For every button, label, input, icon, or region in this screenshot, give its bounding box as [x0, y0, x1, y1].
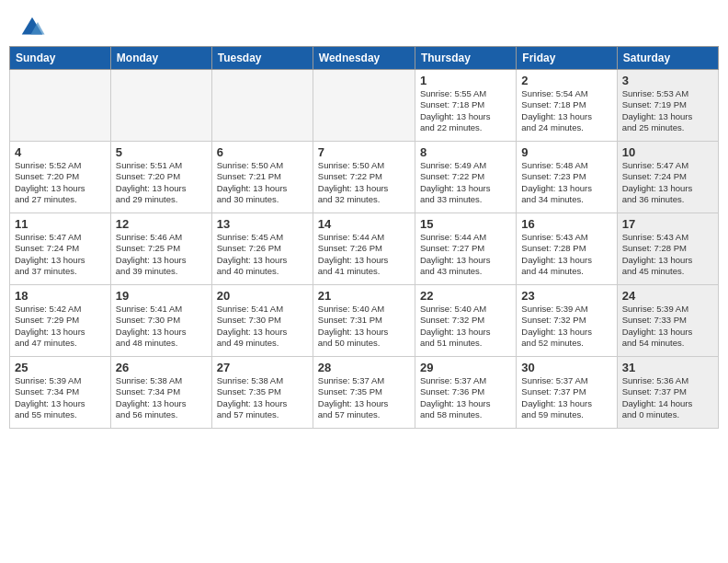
cell-line: Sunrise: 5:37 AM: [420, 375, 511, 386]
cell-line: Sunrise: 5:50 AM: [318, 160, 410, 171]
cell-line: and 54 minutes.: [622, 338, 713, 349]
calendar-cell: 30Sunrise: 5:37 AMSunset: 7:37 PMDayligh…: [517, 357, 617, 429]
cell-line: Daylight: 13 hours: [217, 327, 308, 338]
cell-line: Sunrise: 5:51 AM: [116, 160, 207, 171]
calendar-week-2: 4Sunrise: 5:52 AMSunset: 7:20 PMDaylight…: [10, 142, 719, 213]
calendar-cell: 3Sunrise: 5:53 AMSunset: 7:19 PMDaylight…: [617, 70, 718, 142]
cell-line: and 49 minutes.: [217, 338, 308, 349]
cell-line: and 56 minutes.: [116, 409, 207, 420]
cell-line: Sunrise: 5:47 AM: [622, 160, 713, 171]
day-number: 2: [521, 74, 611, 87]
logo-icon: [18, 14, 46, 41]
cell-line: Sunset: 7:20 PM: [116, 171, 207, 182]
day-number: 11: [15, 217, 106, 231]
cell-line: Sunset: 7:32 PM: [420, 315, 511, 326]
cell-line: Daylight: 13 hours: [420, 255, 511, 266]
cell-line: Daylight: 13 hours: [521, 398, 611, 409]
cell-line: and 32 minutes.: [318, 194, 410, 205]
calendar-cell: 29Sunrise: 5:37 AMSunset: 7:36 PMDayligh…: [415, 357, 516, 429]
cell-line: Sunrise: 5:46 AM: [116, 232, 207, 243]
day-number: 9: [521, 145, 611, 159]
day-number: 8: [420, 145, 511, 159]
cell-line: Sunset: 7:30 PM: [217, 315, 308, 326]
cell-line: Sunset: 7:26 PM: [318, 243, 410, 254]
cell-line: Sunrise: 5:41 AM: [116, 304, 207, 315]
cell-line: Daylight: 13 hours: [420, 398, 511, 409]
cell-line: Sunrise: 5:43 AM: [622, 232, 713, 243]
cell-line: and 57 minutes.: [217, 409, 308, 420]
day-header-thursday: Thursday: [415, 47, 516, 70]
cell-line: Sunrise: 5:41 AM: [217, 304, 308, 315]
cell-line: and 48 minutes.: [116, 338, 207, 349]
cell-line: and 37 minutes.: [15, 266, 106, 277]
cell-line: Sunrise: 5:45 AM: [217, 232, 308, 243]
day-number: 30: [521, 361, 611, 374]
day-number: 14: [318, 217, 410, 231]
day-number: 13: [217, 217, 308, 231]
cell-line: Sunrise: 5:40 AM: [318, 304, 410, 315]
cell-line: Sunrise: 5:43 AM: [521, 232, 611, 243]
cell-line: Sunset: 7:36 PM: [420, 386, 511, 397]
cell-line: Sunset: 7:34 PM: [15, 386, 106, 397]
day-number: 26: [116, 361, 207, 374]
calendar-cell: 22Sunrise: 5:40 AMSunset: 7:32 PMDayligh…: [415, 285, 516, 357]
cell-line: Daylight: 13 hours: [217, 398, 308, 409]
cell-line: Sunset: 7:29 PM: [15, 315, 106, 326]
cell-line: Sunset: 7:28 PM: [521, 243, 611, 254]
cell-line: Daylight: 13 hours: [622, 327, 713, 338]
cell-line: and 0 minutes.: [622, 409, 713, 420]
cell-line: and 34 minutes.: [521, 194, 611, 205]
calendar-cell: 31Sunrise: 5:36 AMSunset: 7:37 PMDayligh…: [617, 357, 718, 429]
calendar-cell: [211, 70, 313, 142]
cell-line: Daylight: 14 hours: [622, 398, 713, 409]
cell-line: and 36 minutes.: [622, 194, 713, 205]
cell-line: Sunrise: 5:39 AM: [15, 375, 106, 386]
cell-line: and 57 minutes.: [318, 409, 410, 420]
cell-line: and 43 minutes.: [420, 266, 511, 277]
cell-line: Sunrise: 5:53 AM: [622, 88, 713, 99]
cell-line: and 47 minutes.: [15, 338, 106, 349]
cell-line: Sunrise: 5:39 AM: [521, 304, 611, 315]
logo: [18, 14, 51, 41]
cell-line: and 25 minutes.: [622, 122, 713, 133]
cell-line: and 40 minutes.: [217, 266, 308, 277]
calendar-cell: 20Sunrise: 5:41 AMSunset: 7:30 PMDayligh…: [211, 285, 313, 357]
cell-line: and 30 minutes.: [217, 194, 308, 205]
cell-line: Daylight: 13 hours: [15, 398, 106, 409]
cell-line: Sunrise: 5:55 AM: [420, 88, 511, 99]
calendar-cell: [10, 70, 111, 142]
cell-line: Daylight: 13 hours: [318, 183, 410, 194]
calendar-cell: 23Sunrise: 5:39 AMSunset: 7:32 PMDayligh…: [517, 285, 617, 357]
cell-line: Sunset: 7:22 PM: [318, 171, 410, 182]
calendar-week-3: 11Sunrise: 5:47 AMSunset: 7:24 PMDayligh…: [10, 213, 719, 285]
calendar-header: SundayMondayTuesdayWednesdayThursdayFrid…: [10, 47, 719, 70]
cell-line: Sunset: 7:33 PM: [622, 315, 713, 326]
cell-line: Sunrise: 5:37 AM: [318, 375, 410, 386]
cell-line: Sunset: 7:26 PM: [217, 243, 308, 254]
calendar-cell: 5Sunrise: 5:51 AMSunset: 7:20 PMDaylight…: [110, 142, 211, 213]
calendar-cell: 26Sunrise: 5:38 AMSunset: 7:34 PMDayligh…: [110, 357, 211, 429]
day-number: 12: [116, 217, 207, 231]
cell-line: Sunset: 7:35 PM: [217, 386, 308, 397]
cell-line: and 27 minutes.: [15, 194, 106, 205]
cell-line: and 24 minutes.: [521, 122, 611, 133]
day-number: 29: [420, 361, 511, 374]
calendar-cell: 17Sunrise: 5:43 AMSunset: 7:28 PMDayligh…: [617, 213, 718, 285]
cell-line: Sunset: 7:31 PM: [318, 315, 410, 326]
cell-line: Sunrise: 5:38 AM: [116, 375, 207, 386]
cell-line: Sunset: 7:32 PM: [521, 315, 611, 326]
calendar-cell: 18Sunrise: 5:42 AMSunset: 7:29 PMDayligh…: [10, 285, 111, 357]
cell-line: Sunset: 7:37 PM: [622, 386, 713, 397]
cell-line: Daylight: 13 hours: [521, 111, 611, 122]
cell-line: Sunset: 7:20 PM: [15, 171, 106, 182]
cell-line: and 29 minutes.: [116, 194, 207, 205]
calendar-cell: 19Sunrise: 5:41 AMSunset: 7:30 PMDayligh…: [110, 285, 211, 357]
cell-line: Daylight: 13 hours: [116, 183, 207, 194]
cell-line: Sunrise: 5:38 AM: [217, 375, 308, 386]
cell-line: Sunrise: 5:42 AM: [15, 304, 106, 315]
cell-line: Daylight: 13 hours: [217, 255, 308, 266]
day-header-monday: Monday: [110, 47, 211, 70]
calendar-cell: [313, 70, 415, 142]
cell-line: Sunset: 7:23 PM: [521, 171, 611, 182]
cell-line: Sunrise: 5:40 AM: [420, 304, 511, 315]
